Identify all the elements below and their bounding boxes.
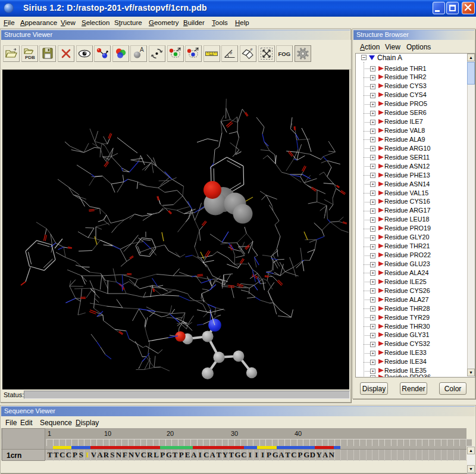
- svg-text:mm: mm: [209, 53, 214, 56]
- svg-text:PDB: PDB: [25, 55, 35, 60]
- svg-text:θ: θ: [230, 51, 233, 55]
- svg-text:θ: θ: [250, 47, 253, 52]
- svg-text:FOG: FOG: [278, 51, 291, 57]
- svg-text:A: A: [140, 46, 144, 53]
